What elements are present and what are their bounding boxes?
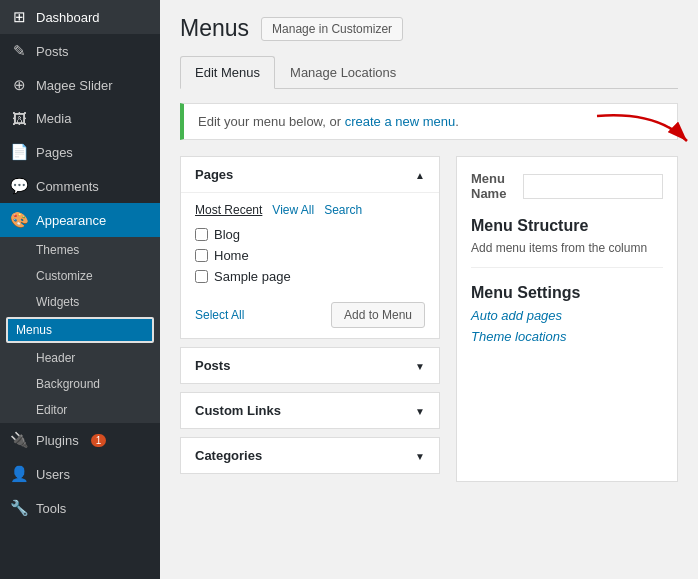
sidebar-item-pages[interactable]: 📄 Pages bbox=[0, 135, 160, 169]
categories-accordion: Categories bbox=[180, 437, 440, 474]
sidebar-item-appearance[interactable]: 🎨 Appearance bbox=[0, 203, 160, 237]
pages-accordion-title: Pages bbox=[195, 167, 233, 182]
categories-accordion-header[interactable]: Categories bbox=[181, 438, 439, 473]
page-header: Menus Manage in Customizer bbox=[180, 15, 678, 42]
right-panel: Menu Name Menu Structure Add menu items … bbox=[456, 156, 678, 482]
sidebar-item-customize[interactable]: Customize bbox=[0, 263, 160, 289]
dashboard-icon: ⊞ bbox=[10, 8, 28, 26]
theme-locations-link[interactable]: Theme locations bbox=[471, 329, 663, 344]
checkbox-sample-page[interactable] bbox=[195, 270, 208, 283]
custom-links-accordion: Custom Links bbox=[180, 392, 440, 429]
pages-accordion-header[interactable]: Pages bbox=[181, 157, 439, 192]
subtab-view-all[interactable]: View All bbox=[272, 203, 314, 217]
tab-edit-menus[interactable]: Edit Menus bbox=[180, 56, 275, 89]
manage-in-customizer-button[interactable]: Manage in Customizer bbox=[261, 17, 403, 41]
sidebar-item-media[interactable]: 🖼 Media bbox=[0, 102, 160, 135]
subtab-search[interactable]: Search bbox=[324, 203, 362, 217]
categories-chevron-down-icon bbox=[415, 448, 425, 463]
notice-text: Edit your menu below, or bbox=[198, 114, 345, 129]
posts-icon: ✎ bbox=[10, 42, 28, 60]
pages-checkbox-list: Blog Home Sample page bbox=[195, 227, 425, 284]
pages-accordion-footer: Select All Add to Menu bbox=[195, 296, 425, 328]
add-to-menu-button[interactable]: Add to Menu bbox=[331, 302, 425, 328]
notice-bar: Edit your menu below, or create a new me… bbox=[180, 103, 678, 140]
plugins-badge: 1 bbox=[91, 434, 107, 447]
sidebar-item-themes[interactable]: Themes bbox=[0, 237, 160, 263]
arrow-annotation bbox=[587, 106, 698, 156]
sidebar-item-comments[interactable]: 💬 Comments bbox=[0, 169, 160, 203]
menu-settings-title: Menu Settings bbox=[471, 284, 663, 302]
menu-name-label: Menu Name bbox=[471, 171, 515, 201]
menu-structure-desc: Add menu items from the column bbox=[471, 241, 663, 268]
posts-accordion: Posts bbox=[180, 347, 440, 384]
menu-name-input[interactable] bbox=[523, 174, 663, 199]
pages-subtabs: Most Recent View All Search bbox=[195, 203, 425, 217]
page-item-sample[interactable]: Sample page bbox=[195, 269, 425, 284]
pages-accordion-content: Most Recent View All Search Blog Home bbox=[181, 192, 439, 338]
sidebar-item-menus[interactable]: Menus bbox=[6, 317, 154, 343]
plugins-icon: 🔌 bbox=[10, 431, 28, 449]
appearance-submenu: Themes Customize Widgets Menus Header Ba… bbox=[0, 237, 160, 423]
page-title: Menus bbox=[180, 15, 249, 42]
menu-structure-title: Menu Structure bbox=[471, 217, 663, 235]
sidebar: ⊞ Dashboard ✎ Posts ⊕ Magee Slider 🖼 Med… bbox=[0, 0, 160, 579]
sidebar-item-dashboard[interactable]: ⊞ Dashboard bbox=[0, 0, 160, 34]
create-new-menu-link[interactable]: create a new menu bbox=[345, 114, 456, 129]
sidebar-item-header[interactable]: Header bbox=[0, 345, 160, 371]
sidebar-item-users[interactable]: 👤 Users bbox=[0, 457, 160, 491]
magee-slider-icon: ⊕ bbox=[10, 76, 28, 94]
sidebar-item-background[interactable]: Background bbox=[0, 371, 160, 397]
page-item-blog[interactable]: Blog bbox=[195, 227, 425, 242]
auto-add-pages-link[interactable]: Auto add pages bbox=[471, 308, 663, 323]
sidebar-item-editor[interactable]: Editor bbox=[0, 397, 160, 423]
tab-manage-locations[interactable]: Manage Locations bbox=[275, 56, 411, 89]
comments-icon: 💬 bbox=[10, 177, 28, 195]
sidebar-item-magee-slider[interactable]: ⊕ Magee Slider bbox=[0, 68, 160, 102]
content-area: Pages Most Recent View All Search Blog bbox=[180, 156, 678, 482]
tools-icon: 🔧 bbox=[10, 499, 28, 517]
sidebar-item-tools[interactable]: 🔧 Tools bbox=[0, 491, 160, 525]
main-content: Menus Manage in Customizer Edit Menus Ma… bbox=[160, 0, 698, 579]
checkbox-blog[interactable] bbox=[195, 228, 208, 241]
tabs-bar: Edit Menus Manage Locations bbox=[180, 56, 678, 89]
custom-links-accordion-title: Custom Links bbox=[195, 403, 281, 418]
custom-links-accordion-header[interactable]: Custom Links bbox=[181, 393, 439, 428]
left-panel: Pages Most Recent View All Search Blog bbox=[180, 156, 440, 482]
pages-icon: 📄 bbox=[10, 143, 28, 161]
posts-chevron-down-icon bbox=[415, 358, 425, 373]
subtab-most-recent[interactable]: Most Recent bbox=[195, 203, 262, 217]
menu-name-row: Menu Name bbox=[471, 171, 663, 201]
sidebar-item-posts[interactable]: ✎ Posts bbox=[0, 34, 160, 68]
pages-accordion: Pages Most Recent View All Search Blog bbox=[180, 156, 440, 339]
categories-accordion-title: Categories bbox=[195, 448, 262, 463]
sidebar-item-plugins[interactable]: 🔌 Plugins 1 bbox=[0, 423, 160, 457]
pages-chevron-up-icon bbox=[415, 167, 425, 182]
media-icon: 🖼 bbox=[10, 110, 28, 127]
custom-links-chevron-down-icon bbox=[415, 403, 425, 418]
users-icon: 👤 bbox=[10, 465, 28, 483]
appearance-icon: 🎨 bbox=[10, 211, 28, 229]
sidebar-item-widgets[interactable]: Widgets bbox=[0, 289, 160, 315]
posts-accordion-header[interactable]: Posts bbox=[181, 348, 439, 383]
posts-accordion-title: Posts bbox=[195, 358, 230, 373]
page-item-home[interactable]: Home bbox=[195, 248, 425, 263]
select-all-link[interactable]: Select All bbox=[195, 308, 244, 322]
checkbox-home[interactable] bbox=[195, 249, 208, 262]
